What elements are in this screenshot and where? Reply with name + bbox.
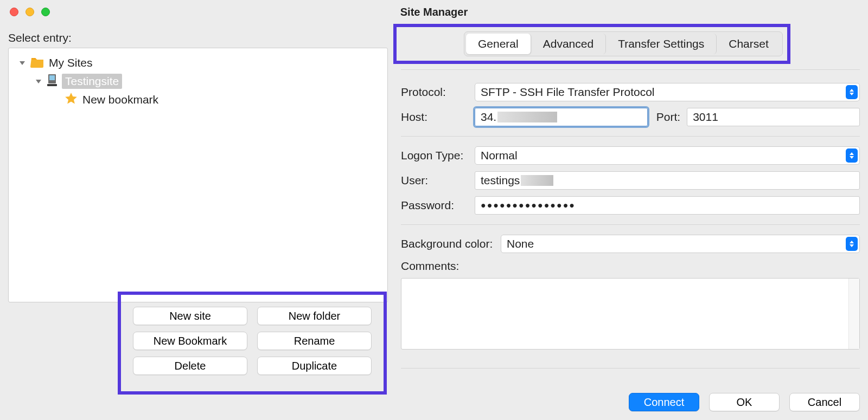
delete-button[interactable]: Delete	[133, 357, 247, 375]
tree-bookmark-label: New bookmark	[82, 93, 158, 106]
scrollbar[interactable]	[848, 279, 859, 349]
server-icon	[47, 74, 58, 89]
folder-icon	[30, 56, 44, 70]
port-label: Port:	[656, 111, 680, 124]
logon-type-label: Logon Type:	[401, 149, 475, 162]
chevron-down-icon[interactable]	[20, 61, 25, 65]
dialog-footer: Connect OK Cancel	[629, 393, 860, 411]
svg-rect-1	[49, 75, 55, 80]
tab-general[interactable]: General	[466, 34, 531, 54]
select-arrows-icon	[846, 237, 858, 251]
tab-charset[interactable]: Charset	[717, 34, 781, 54]
ok-button[interactable]: OK	[709, 393, 780, 411]
star-icon	[64, 92, 78, 108]
select-entry-label: Select entry:	[8, 31, 388, 44]
port-value: 3011	[693, 111, 718, 124]
rename-button[interactable]: Rename	[257, 332, 372, 350]
user-label: User:	[401, 174, 475, 187]
comments-textarea[interactable]	[401, 278, 860, 350]
new-site-button[interactable]: New site	[133, 307, 247, 325]
host-value: 34.	[481, 111, 496, 124]
background-color-value: None	[507, 237, 534, 250]
comments-label: Comments:	[401, 260, 501, 273]
host-label: Host:	[401, 111, 475, 124]
select-arrows-icon	[846, 148, 858, 163]
new-bookmark-button[interactable]: New Bookmark	[133, 332, 247, 350]
user-value: testings	[481, 174, 520, 187]
tree-site[interactable]: Testingsite	[13, 72, 383, 91]
tree-bookmark[interactable]: New bookmark	[13, 91, 383, 109]
new-folder-button[interactable]: New folder	[257, 307, 372, 325]
tabs: General Advanced Transfer Settings Chars…	[464, 31, 783, 56]
divider	[401, 136, 860, 137]
svg-rect-2	[47, 84, 57, 86]
user-input[interactable]: testings	[475, 171, 860, 190]
chevron-down-icon[interactable]	[36, 80, 41, 83]
tab-transfer-settings[interactable]: Transfer Settings	[606, 34, 717, 54]
protocol-label: Protocol:	[401, 86, 475, 99]
host-input[interactable]: 34.	[475, 108, 648, 126]
tree-root[interactable]: My Sites	[13, 54, 383, 72]
redacted-text	[521, 175, 553, 186]
divider	[401, 224, 860, 225]
titlebar: Site Manager	[0, 0, 868, 24]
background-color-label: Background color:	[401, 237, 501, 250]
protocol-value: SFTP - SSH File Transfer Protocol	[481, 86, 655, 99]
protocol-select[interactable]: SFTP - SSH File Transfer Protocol	[475, 83, 860, 101]
password-value: ●●●●●●●●●●●●●●●	[481, 201, 576, 210]
duplicate-button[interactable]: Duplicate	[257, 357, 372, 375]
redacted-text	[497, 112, 557, 122]
select-arrows-icon	[846, 85, 858, 99]
tree-root-label: My Sites	[49, 56, 93, 69]
port-input[interactable]: 3011	[687, 108, 860, 126]
logon-type-value: Normal	[481, 149, 518, 162]
cancel-button[interactable]: Cancel	[789, 393, 860, 411]
password-label: Password:	[401, 199, 475, 212]
window-title: Site Manager	[0, 6, 868, 18]
tab-advanced[interactable]: Advanced	[531, 34, 606, 54]
connect-button[interactable]: Connect	[629, 393, 699, 411]
tree-site-label: Testingsite	[62, 74, 122, 89]
background-color-select[interactable]: None	[501, 235, 860, 253]
password-input[interactable]: ●●●●●●●●●●●●●●●	[475, 196, 860, 215]
logon-type-select[interactable]: Normal	[475, 146, 860, 165]
entry-tree[interactable]: My Sites Testingsite New bookmark	[8, 48, 388, 302]
